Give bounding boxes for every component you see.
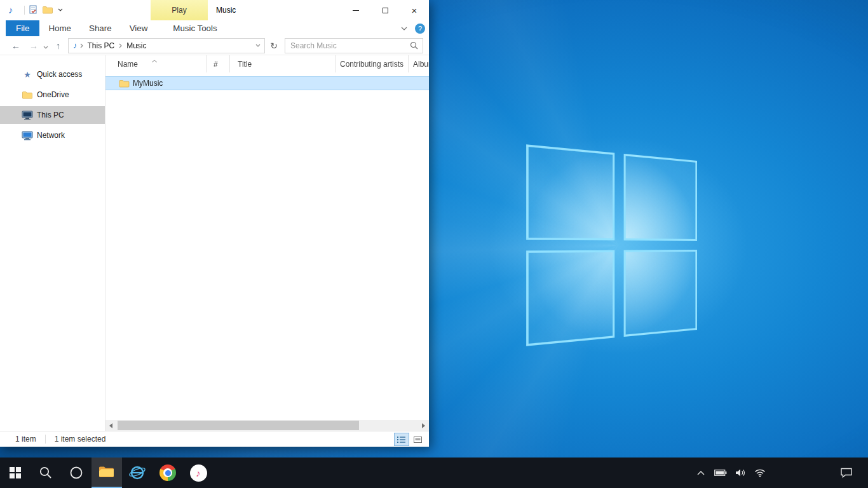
this-pc-icon [22,111,33,120]
taskbar-internet-explorer-button[interactable] [122,458,153,488]
close-button[interactable]: × [400,0,429,20]
up-button[interactable]: ↑ [56,41,60,51]
large-icons-view-button[interactable] [410,433,425,446]
chrome-icon [159,464,176,481]
show-hidden-icons-button[interactable] [693,458,709,488]
music-app-icon: ♪ [8,4,13,15]
qat-properties-button[interactable] [29,5,37,14]
internet-explorer-icon [128,464,146,482]
taskbar-chrome-button[interactable] [153,458,183,488]
itunes-icon: ♪ [190,464,207,482]
volume-tray-button[interactable] [733,458,748,488]
qat-new-folder-button[interactable] [43,6,53,14]
contextual-chip-label: Play [172,6,186,15]
scroll-right-icon [422,423,425,428]
chevron-down-icon [255,44,261,47]
chevron-down-icon [58,8,63,11]
search-icon [410,41,418,50]
help-icon: ? [418,25,422,32]
location-music-icon: ♪ [73,41,78,50]
ribbon-tab-row: File Home Share View Music Tools ? [0,20,429,36]
file-list-area: Name # Title Contributing artists Album … [105,55,429,431]
cortana-button[interactable] [61,458,92,488]
column-header-contributing-artists[interactable]: Contributing artists [336,55,409,72]
windows-start-icon [10,467,21,478]
tab-music-tools[interactable]: Music Tools [164,20,226,36]
tab-file[interactable]: File [6,20,39,36]
action-center-button[interactable] [834,458,859,488]
chevron-down-icon [43,46,48,49]
file-name-label: MyMusic [133,79,163,88]
items-count: 1 item [15,435,36,444]
breadcrumb-this-pc[interactable]: This PC [83,39,119,53]
file-row-mymusic[interactable]: MyMusic [105,76,429,90]
chevron-up-icon [697,471,705,475]
maximize-button[interactable] [370,0,400,20]
onedrive-folder-icon [22,91,33,99]
address-dropdown-button[interactable] [252,39,264,53]
scrollbar-thumb[interactable] [118,421,359,430]
new-folder-icon [43,6,53,14]
sidebar-item-network[interactable]: Network [0,126,105,144]
wifi-icon [754,469,766,477]
scroll-left-icon [109,423,112,428]
file-explorer-window: ♪ Play [0,0,429,447]
chevron-down-icon [401,27,407,30]
details-view-button[interactable] [394,433,409,446]
taskbar-search-button[interactable] [31,458,61,488]
column-header-number[interactable]: # [207,55,230,72]
cortana-icon [69,466,83,480]
column-header-album[interactable]: Album [409,55,429,72]
main-area: ★ Quick access OneDrive [0,55,429,431]
column-headers: Name # Title Contributing artists Album [105,55,429,72]
sidebar-item-label: This PC [37,111,64,119]
forward-button[interactable]: → [29,41,38,51]
contextual-tab-group-chip[interactable]: Play [151,0,208,20]
horizontal-scrollbar[interactable] [105,420,429,431]
tab-view[interactable]: View [121,20,157,36]
back-button[interactable]: ← [11,41,20,51]
action-center-icon [840,467,853,478]
sidebar-item-this-pc[interactable]: This PC [0,106,105,124]
battery-icon [714,469,727,477]
navigation-pane: ★ Quick access OneDrive [0,55,105,431]
breadcrumb-music[interactable]: Music [122,39,151,53]
help-button[interactable]: ? [415,24,425,34]
maximize-icon [383,8,388,13]
caption-buttons: × [341,0,429,20]
recent-locations-button[interactable] [43,41,48,51]
sidebar-item-quick-access[interactable]: ★ Quick access [0,65,105,83]
sidebar-item-label: Network [37,131,65,140]
taskbar-itunes-button[interactable]: ♪ [183,458,214,488]
search-box [285,38,423,53]
folder-icon [119,79,130,88]
taskbar-file-explorer-button[interactable] [92,458,122,488]
sidebar-item-onedrive[interactable]: OneDrive [0,86,105,104]
view-toggle-buttons [394,433,425,446]
quick-access-toolbar [29,5,63,14]
start-button[interactable] [0,458,31,488]
status-bar: 1 item 1 item selected [0,431,429,447]
tab-share[interactable]: Share [80,20,121,36]
search-input[interactable] [285,41,410,50]
sidebar-item-label: OneDrive [37,90,69,99]
details-view-icon [397,437,406,443]
expand-ribbon-button[interactable] [401,27,407,30]
sort-ascending-icon [151,56,158,65]
network-tray-button[interactable] [752,458,768,488]
address-bar[interactable]: ♪ This PC Music [68,38,265,53]
qat-customize-button[interactable] [58,8,63,11]
minimize-button[interactable] [341,0,370,20]
scroll-left-button[interactable] [105,420,116,431]
tab-home[interactable]: Home [39,20,80,36]
refresh-button[interactable]: ↻ [267,38,281,53]
column-header-title[interactable]: Title [230,55,336,72]
file-explorer-icon [98,466,115,479]
quick-access-star-icon: ★ [22,70,33,79]
scroll-right-button[interactable] [418,420,429,431]
minimize-icon [353,10,359,11]
selection-count: 1 item selected [55,435,106,444]
window-title: Music [216,0,236,20]
title-bar[interactable]: ♪ Play [0,0,429,20]
battery-tray-button[interactable] [713,458,728,488]
